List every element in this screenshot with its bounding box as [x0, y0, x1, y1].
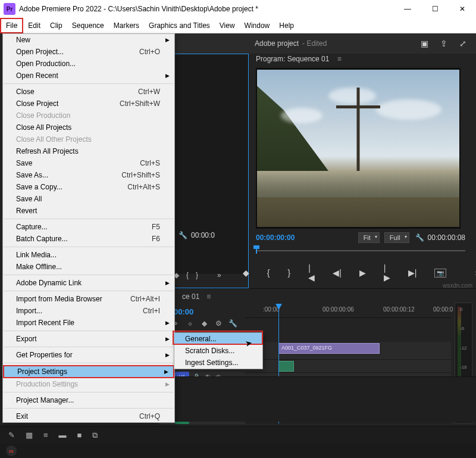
program-scrubber[interactable]	[256, 247, 465, 256]
file-menu-item-open-project[interactable]: Open Project...Ctrl+O	[3, 46, 174, 58]
program-monitor-canvas[interactable]	[256, 68, 461, 229]
wrench-icon[interactable]: 🔧	[178, 231, 187, 239]
menu-item-shortcut: Ctrl+Q	[139, 412, 160, 420]
menu-sequence[interactable]: Sequence	[67, 19, 109, 32]
add-marker-icon[interactable]: ◆	[243, 268, 249, 278]
menu-view[interactable]: View	[215, 19, 240, 32]
file-menu-item-project-settings[interactable]: Project Settings▶	[3, 365, 174, 378]
file-menu-item-import[interactable]: Import...Ctrl+I	[3, 305, 174, 317]
play-icon[interactable]: ▶	[359, 268, 366, 278]
step-back-icon[interactable]: ◀|	[333, 268, 342, 278]
file-menu-item-batch-capture[interactable]: Batch Capture...F6	[3, 233, 174, 245]
list-view-icon[interactable]: ▦	[26, 431, 33, 440]
menu-item-shortcut: Ctrl+Shift+S	[121, 171, 160, 179]
menu-item-label: Revert	[16, 207, 37, 215]
mark-out-icon[interactable]: }	[287, 268, 290, 278]
file-menu-item-revert[interactable]: Revert	[3, 205, 174, 217]
file-menu-item-exit[interactable]: ExitCtrl+Q	[3, 410, 174, 422]
file-menu-item-export[interactable]: Export▶	[3, 333, 174, 345]
menu-item-label: Open Project...	[16, 48, 64, 56]
file-menu-item-refresh-all-projects[interactable]: Refresh All Projects	[3, 145, 174, 157]
menu-clip[interactable]: Clip	[45, 19, 67, 32]
menu-window[interactable]: Window	[240, 19, 275, 32]
go-to-in-icon[interactable]: |◀	[308, 263, 315, 282]
file-menu-item-capture[interactable]: Capture...F5	[3, 221, 174, 233]
maximize-button[interactable]: ☐	[421, 0, 449, 18]
src-markout-icon[interactable]: }	[196, 271, 198, 279]
file-menu-item-close[interactable]: CloseCtrl+W	[3, 86, 174, 98]
menu-help[interactable]: Help	[274, 19, 299, 32]
settings-wrench-icon[interactable]: 🔧	[415, 233, 424, 242]
timeline-timecode[interactable]: 00:00	[174, 307, 193, 316]
fullscreen-icon[interactable]: ⤢	[459, 39, 466, 48]
marker-icon[interactable]: ◆	[200, 319, 208, 328]
file-menu-item-save-a-copy[interactable]: Save a Copy...Ctrl+Alt+S	[3, 181, 174, 193]
scrubber-playhead[interactable]	[256, 247, 257, 254]
file-menu-item-adobe-dynamic-link[interactable]: Adobe Dynamic Link▶	[3, 277, 174, 289]
program-monitor-label-row: Program: Sequence 01 ≡	[256, 55, 342, 63]
video-clip[interactable]: A001_C037_0921FG	[278, 343, 380, 354]
step-forward-icon[interactable]: |▶	[384, 263, 390, 282]
freeform-view-icon[interactable]: ▬	[59, 431, 67, 440]
image-foreground	[257, 197, 459, 227]
settings-icon[interactable]: ⚙	[214, 319, 223, 328]
file-menu-item-save-all[interactable]: Save All	[3, 193, 174, 205]
menu-file[interactable]: File	[0, 18, 23, 33]
icon-view-icon[interactable]: ≡	[43, 431, 48, 440]
file-menu-item-save-as[interactable]: Save As...Ctrl+Shift+S	[3, 169, 174, 181]
menu-edit[interactable]: Edit	[23, 19, 45, 32]
audio-clip[interactable]	[278, 361, 294, 372]
menu-separator	[4, 408, 174, 409]
file-menu-item-make-offline[interactable]: Make Offline...	[3, 261, 174, 273]
file-menu-item-get-properties-for[interactable]: Get Properties for▶	[3, 349, 174, 361]
submenu-arrow-icon: ▶	[165, 280, 170, 286]
src-more-icon[interactable]: »	[217, 271, 221, 279]
timeline-ruler[interactable]: :00:00 00:00:00:06 00:00:00:12 00:00:0	[245, 304, 451, 318]
creative-cloud-icon[interactable]: ∞	[6, 445, 17, 456]
submenu-item-ingest-settings[interactable]: Ingest Settings...	[174, 357, 262, 369]
menu-separator	[4, 219, 174, 219]
export-frame-icon[interactable]: 📷	[434, 269, 446, 278]
timeline-sequence-name: ce 01	[182, 292, 199, 301]
go-to-out-icon[interactable]: ▶|	[408, 268, 417, 278]
submenu-item-general[interactable]: General...	[174, 333, 262, 345]
file-menu-item-import-recent-file[interactable]: Import Recent File▶	[3, 317, 174, 329]
linked-selection-icon[interactable]: ⟐	[186, 319, 194, 328]
timeline-v1-lane[interactable]: A001_C037_0921FG	[245, 342, 451, 360]
file-menu-item-close-all-projects[interactable]: Close All Projects	[3, 121, 174, 133]
file-menu-item-close-all-other-projects: Close All Other Projects	[3, 133, 174, 145]
mark-in-icon[interactable]: {	[267, 268, 270, 278]
menu-item-label: Link Media...	[16, 251, 57, 259]
new-item-icon[interactable]: ⧉	[92, 431, 98, 440]
menu-item-label: Refresh All Projects	[16, 147, 79, 155]
menu-markers[interactable]: Markers	[109, 19, 144, 32]
program-timecode-current[interactable]: 00:00:00:00	[256, 233, 295, 242]
menu-graphics[interactable]: Graphics and Titles	[144, 19, 215, 32]
resolution-dropdown[interactable]: Full	[384, 232, 409, 243]
timeline-panel-menu-icon[interactable]: ≡	[206, 292, 211, 301]
creative-cloud-bar: ∞	[0, 444, 476, 458]
zoom-fit-dropdown[interactable]: Fit	[358, 232, 380, 243]
submenu-item-scratch-disks[interactable]: Scratch Disks...	[174, 345, 262, 357]
new-bin-icon[interactable]: ■	[77, 431, 82, 440]
menu-item-label: New	[16, 36, 30, 44]
share-icon[interactable]: ⇪	[440, 39, 447, 48]
file-menu-item-project-manager[interactable]: Project Manager...	[3, 394, 174, 406]
source-timecode: 00:00:0	[191, 231, 215, 239]
minimize-button[interactable]: —	[394, 0, 421, 18]
timeline-a1-lane[interactable]	[245, 360, 451, 373]
src-markin-icon[interactable]: {	[186, 271, 189, 279]
file-menu-item-save[interactable]: SaveCtrl+S	[3, 157, 174, 169]
file-menu-item-new[interactable]: New▶	[3, 34, 174, 46]
file-menu-item-open-recent[interactable]: Open Recent▶	[3, 70, 174, 82]
pencil-icon[interactable]: ✎	[8, 431, 15, 440]
quick-export-icon[interactable]: ▣	[421, 39, 428, 48]
program-panel-menu-icon[interactable]: ≡	[337, 55, 342, 63]
close-button[interactable]: ✕	[449, 0, 476, 18]
file-menu-item-close-project[interactable]: Close ProjectCtrl+Shift+W	[3, 98, 174, 110]
file-menu-item-open-production[interactable]: Open Production...	[3, 58, 174, 70]
menu-item-label: Save	[16, 159, 32, 167]
wrench-icon[interactable]: 🔧	[228, 319, 237, 328]
file-menu-item-import-from-media-browser[interactable]: Import from Media BrowserCtrl+Alt+I	[3, 293, 174, 305]
file-menu-item-link-media[interactable]: Link Media...	[3, 249, 174, 261]
